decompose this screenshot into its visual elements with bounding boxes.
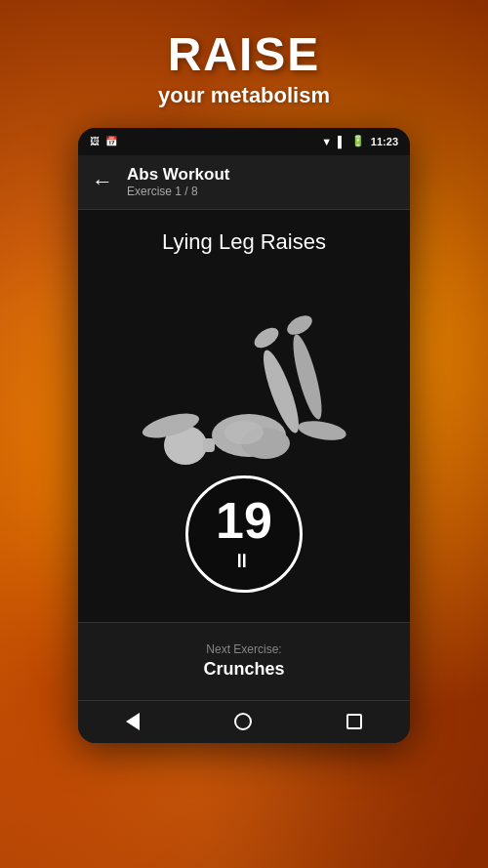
image-icon: 🖼	[90, 136, 100, 146]
nav-bar	[78, 700, 410, 743]
header-text: Abs Workout Exercise 1 / 8	[127, 165, 229, 198]
back-triangle-icon	[126, 713, 140, 730]
wifi-icon: ▼	[321, 136, 332, 147]
next-exercise-name: Crunches	[203, 659, 284, 680]
app-header: ← Abs Workout Exercise 1 / 8	[78, 155, 410, 210]
exercise-figure	[107, 255, 381, 509]
nav-apps-button[interactable]	[346, 714, 362, 729]
status-bar: 🖼 📅 ▼ ▌ 🔋 11:23	[78, 128, 410, 155]
svg-point-4	[297, 418, 347, 443]
timer-value: 19	[216, 495, 272, 546]
next-exercise-label: Next Exercise:	[206, 642, 281, 656]
battery-icon: 🔋	[351, 135, 365, 147]
promo-subtitle: your metabolism	[0, 83, 488, 108]
status-left-icons: 🖼 📅	[90, 136, 117, 146]
promo-section: RAISE your metabolism	[0, 0, 488, 128]
header-subtitle: Exercise 1 / 8	[127, 185, 229, 198]
promo-headline: RAISE	[0, 29, 488, 81]
timer-circle-wrapper: 19 ⏸	[185, 475, 303, 593]
apps-square-icon	[346, 714, 362, 729]
figure-container: 19 ⏸	[78, 255, 410, 622]
back-button[interactable]: ←	[92, 171, 113, 192]
home-circle-icon	[234, 713, 252, 730]
pause-button[interactable]: ⏸	[232, 550, 256, 572]
calendar-icon: 📅	[105, 136, 117, 146]
svg-rect-2	[203, 438, 215, 452]
phone-mockup: 🖼 📅 ▼ ▌ 🔋 11:23 ← Abs Workout Exercise 1…	[78, 128, 410, 743]
timer-circle: 19 ⏸	[185, 475, 303, 593]
signal-icon: ▌	[338, 136, 346, 147]
svg-point-7	[251, 323, 282, 351]
nav-back-button[interactable]	[126, 713, 140, 730]
nav-home-button[interactable]	[234, 713, 252, 730]
clock: 11:23	[371, 136, 398, 147]
svg-point-10	[224, 421, 264, 444]
exercise-name: Lying Leg Raises	[162, 210, 326, 255]
workout-area: Lying Leg Raises	[78, 210, 410, 622]
next-exercise-panel: Next Exercise: Crunches	[78, 622, 410, 700]
header-title: Abs Workout	[127, 165, 229, 185]
svg-point-8	[284, 311, 315, 339]
status-right: ▼ ▌ 🔋 11:23	[321, 135, 398, 147]
